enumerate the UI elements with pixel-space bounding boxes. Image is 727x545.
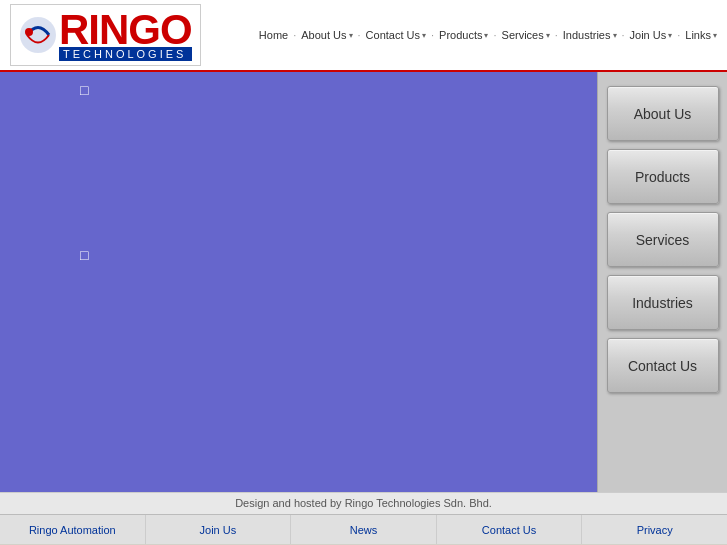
footer-join-us[interactable]: Join Us <box>146 515 292 544</box>
footer-contact-us[interactable]: Contact Us <box>437 515 583 544</box>
links-arrow-icon: ▾ <box>713 31 717 40</box>
logo-technologies: TECHNOLOGIES <box>59 47 192 61</box>
nav-industries[interactable]: Industries ▾ <box>563 29 617 41</box>
join-us-arrow-icon: ▾ <box>668 31 672 40</box>
footer-news[interactable]: News <box>291 515 437 544</box>
industries-arrow-icon: ▾ <box>613 31 617 40</box>
hero-icon-2: □ <box>80 247 88 263</box>
nav-join-us[interactable]: Join Us ▾ <box>630 29 673 41</box>
footer-ringo-automation[interactable]: Ringo Automation <box>0 515 146 544</box>
footer-privacy[interactable]: Privacy <box>582 515 727 544</box>
nav-links[interactable]: Links ▾ <box>685 29 717 41</box>
svg-point-1 <box>25 28 33 36</box>
nav-products[interactable]: Products ▾ <box>439 29 488 41</box>
nav-contact-us[interactable]: Contact Us ▾ <box>366 29 426 41</box>
sidebar-services-button[interactable]: Services <box>607 212 719 267</box>
svg-point-0 <box>20 17 56 53</box>
services-arrow-icon: ▾ <box>546 31 550 40</box>
top-nav: Home · About Us ▾ · Contact Us ▾ · Produ… <box>259 29 717 41</box>
logo-text-ringo: RINGO <box>59 9 192 51</box>
hero-area: □ □ <box>0 72 597 492</box>
sidebar-contact-us-button[interactable]: Contact Us <box>607 338 719 393</box>
contact-us-arrow-icon: ▾ <box>422 31 426 40</box>
nav-about-us[interactable]: About Us ▾ <box>301 29 352 41</box>
hero-icon-1: □ <box>80 82 88 98</box>
footer-links: Ringo Automation Join Us News Contact Us… <box>0 514 727 544</box>
nav-home[interactable]: Home <box>259 29 288 41</box>
nav-services[interactable]: Services ▾ <box>502 29 550 41</box>
sidebar-about-us-button[interactable]: About Us <box>607 86 719 141</box>
about-us-arrow-icon: ▾ <box>349 31 353 40</box>
logo-icon <box>19 16 57 54</box>
main-content: □ □ About Us Products Services Industrie… <box>0 72 727 492</box>
sidebar-nav-panel: About Us Products Services Industries Co… <box>597 72 727 492</box>
products-arrow-icon: ▾ <box>484 31 488 40</box>
sidebar-products-button[interactable]: Products <box>607 149 719 204</box>
logo-right: RINGO TECHNOLOGIES <box>59 9 192 61</box>
logo-wrapper: RINGO TECHNOLOGIES <box>10 4 201 66</box>
header: RINGO TECHNOLOGIES Home · About Us ▾ · C… <box>0 0 727 72</box>
footer-hosted-by: Design and hosted by Ringo Technologies … <box>0 492 727 514</box>
sidebar-industries-button[interactable]: Industries <box>607 275 719 330</box>
